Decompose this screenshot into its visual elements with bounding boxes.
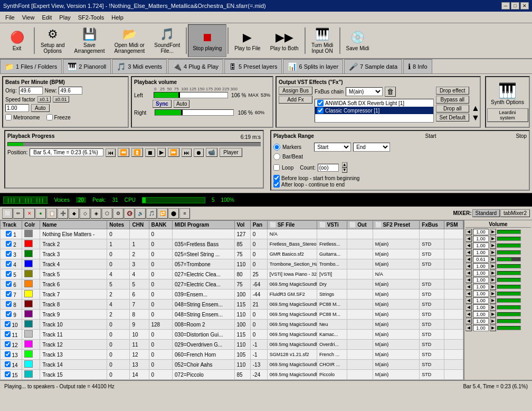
track-pan-8[interactable]: 0: [250, 310, 267, 320]
track-sf-12[interactable]: SGM128 v1.21.sf2: [267, 350, 317, 360]
mixer-standard-tab[interactable]: Standard: [472, 209, 500, 217]
track-pan-12[interactable]: -1: [250, 350, 267, 360]
vst-scroll-up[interactable]: ▲: [471, 104, 478, 113]
table-row[interactable]: 1 Nothing Else Matters - 0 0 127 0 N/A: [1, 229, 463, 239]
menu-play[interactable]: Play: [56, 14, 73, 21]
track-tool-7[interactable]: ◈: [91, 208, 101, 219]
barbeat-radio[interactable]: [273, 153, 280, 160]
track-pan-13[interactable]: -13: [250, 360, 267, 370]
vol-dec-10[interactable]: ◀: [466, 297, 472, 304]
track-pan-6[interactable]: -44: [250, 289, 267, 300]
table-row[interactable]: 5 Track 5 4 4 0 027=Electric Clea... 80 …: [1, 269, 463, 279]
vst-effect-checkbox-1[interactable]: [317, 100, 324, 106]
vst-effect-item-1[interactable]: ANWIDA Soft DX Reverb Light [1]: [315, 99, 433, 107]
track-vol-13[interactable]: 110: [234, 360, 250, 370]
vol-inc-4[interactable]: ▶: [490, 256, 496, 263]
track-name-7[interactable]: Track 8: [40, 300, 107, 310]
play-file-button[interactable]: ▶ Play to File: [230, 24, 265, 57]
menu-file[interactable]: File: [2, 14, 18, 21]
track-tool-add[interactable]: ➕: [58, 208, 68, 219]
track-sf-10[interactable]: 069.5mg MagicSoundfontV...: [267, 330, 317, 340]
vol-track-11[interactable]: [497, 305, 521, 310]
track-check-7[interactable]: 8: [1, 300, 22, 310]
vol-track-1[interactable]: [497, 237, 521, 241]
table-row[interactable]: 4 Track 4 0 3 0 057=Trombone 110 0 Tromb…: [1, 259, 463, 269]
transport-rew-button[interactable]: ⏪: [118, 148, 129, 157]
right-slider[interactable]: [155, 109, 234, 116]
vol-track-3[interactable]: [497, 250, 521, 255]
track-name-0[interactable]: Nothing Else Matters -: [40, 229, 107, 239]
drop-all-button[interactable]: Drop all: [436, 105, 469, 113]
menu-view[interactable]: View: [19, 14, 38, 21]
track-pan-3[interactable]: 0: [250, 259, 267, 269]
track-check-10[interactable]: 11: [1, 330, 22, 340]
assign-bus-button[interactable]: Assign Bus: [279, 87, 312, 95]
menu-edit[interactable]: Edit: [39, 14, 55, 21]
track-name-8[interactable]: Track 9: [40, 310, 107, 320]
vol-inc-6[interactable]: ▶: [490, 270, 496, 276]
vol-inc-3[interactable]: ▶: [490, 249, 496, 256]
vol-inc-11[interactable]: ▶: [490, 304, 496, 311]
track-sf-3[interactable]: Trombone_Section_Hard.sf2: [267, 259, 317, 269]
vol-input-10[interactable]: [473, 297, 489, 304]
tab-files[interactable]: 📁 1 Files / Folders: [0, 59, 62, 73]
vol-track-7[interactable]: [497, 278, 521, 282]
track-check-1[interactable]: 2: [1, 239, 22, 249]
speed-pm2-button[interactable]: ±0.01: [53, 96, 69, 102]
close-button[interactable]: ✕: [520, 2, 529, 10]
vol-input-1[interactable]: [473, 236, 489, 242]
track-sf-13[interactable]: 069.5mg MagicSoundfontV...: [267, 360, 317, 370]
track-vol-10[interactable]: 115: [234, 330, 250, 340]
track-pan-5[interactable]: -64: [250, 279, 267, 289]
player-button[interactable]: Player: [220, 148, 242, 157]
table-row[interactable]: 3 Track 3 0 2 0 025=Steel String ... 75 …: [1, 249, 463, 259]
track-check-8[interactable]: 9: [1, 310, 22, 320]
loop-count-down[interactable]: ▼: [342, 167, 347, 173]
col-color[interactable]: Colr: [22, 221, 40, 229]
table-row[interactable]: 10 Track 10 0 9 128 008=Room 2 100 0 069…: [1, 320, 463, 330]
vol-inc-5[interactable]: ▶: [490, 263, 496, 269]
vol-dec-0[interactable]: ◀: [466, 229, 472, 235]
table-row[interactable]: 15 Track 15 0 14 0 072=Piccolo 85 -24 06…: [1, 370, 463, 380]
track-sf-0[interactable]: N/A: [267, 229, 317, 239]
track-tool-12[interactable]: ⬤: [168, 208, 179, 219]
vst-effect-item-2[interactable]: Classic Compressor [1]: [315, 107, 433, 114]
fxbus-select[interactable]: M(ain): [346, 87, 383, 96]
vol-inc-8[interactable]: ▶: [490, 284, 496, 290]
exit-button[interactable]: 🔴 Exit: [1, 24, 33, 57]
track-pan-9[interactable]: 0: [250, 320, 267, 330]
vol-input-9[interactable]: [473, 291, 489, 297]
track-name-3[interactable]: Track 4: [40, 259, 107, 269]
vol-dec-5[interactable]: ◀: [466, 263, 472, 269]
minimize-button[interactable]: ─: [501, 2, 510, 10]
track-vol-7[interactable]: 115: [234, 300, 250, 310]
bypass-all-button[interactable]: Bypass all: [436, 96, 469, 104]
vol-dec-6[interactable]: ◀: [466, 270, 472, 276]
track-sf-7[interactable]: 069.5mg MagicSoundfontV...: [267, 300, 317, 310]
markers-radio[interactable]: [273, 144, 280, 151]
vol-inc-7[interactable]: ▶: [490, 277, 496, 283]
vol-inc-12[interactable]: ▶: [490, 311, 496, 317]
track-check-4[interactable]: 5: [1, 269, 22, 279]
track-name-11[interactable]: Track 12: [40, 340, 107, 350]
col-track[interactable]: Track: [1, 221, 22, 229]
setup-button[interactable]: ⚙ Setup andOptions: [36, 24, 70, 57]
track-pan-10[interactable]: 0: [250, 330, 267, 340]
transport-up-button[interactable]: ⏫: [131, 148, 143, 157]
vol-track-4[interactable]: [497, 257, 521, 261]
vol-track-10[interactable]: [497, 298, 521, 303]
col-psm[interactable]: PSM: [444, 221, 463, 229]
track-vol-6[interactable]: 100: [234, 289, 250, 300]
save-arrangement-button[interactable]: 💾 SaveArrangement: [70, 24, 110, 57]
track-tool-delete[interactable]: ✕: [24, 208, 35, 219]
vol-dec-8[interactable]: ◀: [466, 284, 472, 290]
sync-button[interactable]: Sync: [153, 100, 172, 108]
track-pan-14[interactable]: -24: [250, 370, 267, 380]
col-out[interactable]: ⬜ Out: [347, 221, 373, 229]
col-fxbus[interactable]: FxBus: [420, 221, 444, 229]
vol-inc-14[interactable]: ▶: [490, 325, 496, 331]
track-check-6[interactable]: 7: [1, 289, 22, 300]
track-name-9[interactable]: Track 10: [40, 320, 107, 330]
track-check-2[interactable]: 3: [1, 249, 22, 259]
vol-input-3[interactable]: [473, 249, 489, 256]
